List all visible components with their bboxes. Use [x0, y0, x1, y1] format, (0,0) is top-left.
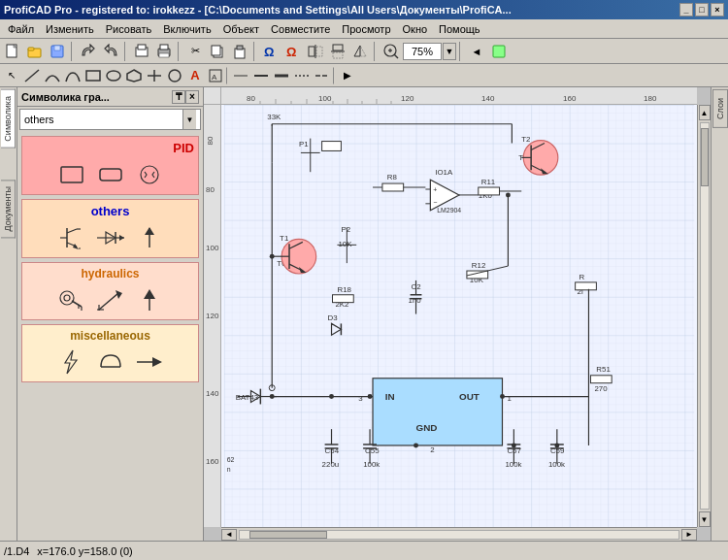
svg-rect-21 [333, 52, 343, 58]
svg-rect-12 [212, 46, 220, 55]
maximize-button[interactable]: □ [695, 3, 709, 16]
svg-text:R: R [579, 273, 585, 281]
zoom-input[interactable]: 75% [403, 43, 442, 60]
scroll-left-button[interactable]: ◄ [221, 529, 237, 541]
svg-point-46 [141, 166, 158, 183]
pid-sym-2[interactable] [93, 159, 128, 190]
svg-text:Ω: Ω [264, 45, 274, 59]
menu-window[interactable]: Окно [397, 21, 434, 37]
scrollbar-horizontal[interactable]: ◄ ► [221, 527, 697, 541]
toolbar-sep-6 [459, 42, 463, 61]
pid-sym-1[interactable] [54, 159, 89, 190]
more-tools[interactable]: ▶ [338, 66, 357, 85]
mirror-button[interactable] [349, 41, 371, 62]
flip-v-button[interactable] [327, 41, 348, 62]
svg-text:1n0: 1n0 [409, 296, 422, 305]
minimize-button[interactable]: _ [679, 3, 693, 16]
print-preview-button[interactable] [131, 41, 152, 62]
scroll-thumb-h[interactable] [249, 531, 327, 539]
line-style-dotted[interactable] [292, 66, 312, 85]
svg-text:270: 270 [594, 384, 608, 393]
npn-transistor[interactable] [54, 222, 89, 253]
line-width-2[interactable] [251, 66, 271, 85]
menu-draw[interactable]: Рисовать [100, 21, 158, 37]
key-symbol[interactable] [54, 284, 89, 315]
up-arrow-2[interactable] [132, 284, 167, 315]
paste-button[interactable] [229, 41, 250, 62]
copy-button[interactable] [207, 41, 228, 62]
layers-tab[interactable]: Слои [712, 89, 728, 128]
arc-tool[interactable] [43, 66, 62, 85]
flip-h-button[interactable] [305, 41, 326, 62]
symbols-tab[interactable]: Символика [1, 89, 16, 148]
svg-rect-20 [333, 45, 343, 50]
documents-tab[interactable]: Документы [1, 180, 16, 238]
save-button[interactable] [47, 41, 68, 62]
zoom-dropdown[interactable]: ▼ [443, 43, 456, 60]
line-width-1[interactable] [231, 66, 250, 85]
svg-text:100k: 100k [363, 460, 380, 469]
text-tool[interactable]: A [185, 66, 205, 85]
svg-text:3: 3 [358, 394, 363, 403]
svg-rect-146 [333, 295, 354, 303]
line-style-dashed[interactable] [313, 66, 332, 85]
svg-rect-106 [322, 142, 342, 151]
new-button[interactable] [2, 41, 23, 62]
polygon-tool[interactable] [124, 66, 144, 85]
menu-help[interactable]: Помощь [433, 21, 486, 37]
print-button[interactable] [153, 41, 175, 62]
menu-view[interactable]: Просмотр [336, 21, 396, 37]
nav-right-button[interactable] [488, 41, 510, 62]
cut-button[interactable]: ✂ [184, 41, 206, 62]
scrollbar-vertical[interactable]: ▲ ▼ [697, 105, 711, 527]
menu-file[interactable]: Файл [2, 21, 40, 37]
right-arrow[interactable] [132, 346, 167, 378]
svg-point-32 [107, 71, 120, 81]
menu-object[interactable]: Объект [217, 21, 265, 37]
bezier-tool[interactable] [63, 66, 83, 85]
undo-button[interactable] [78, 41, 99, 62]
category-dropdown[interactable]: others ▼ [19, 109, 201, 130]
diag-arrow[interactable] [93, 284, 128, 315]
lightning-symbol[interactable] [54, 346, 89, 378]
line-tool[interactable] [22, 66, 42, 85]
svg-text:−: − [433, 199, 437, 206]
svg-marker-23 [354, 46, 360, 56]
panel-pin-button[interactable]: ₸ [172, 90, 185, 104]
redo-button[interactable] [100, 41, 121, 62]
dome-symbol[interactable] [93, 346, 128, 378]
scroll-up-button[interactable]: ▲ [699, 105, 711, 120]
pid-sym-3[interactable] [132, 159, 167, 190]
others-card: others [21, 199, 199, 258]
scroll-track-v [700, 122, 710, 510]
menu-combine[interactable]: Совместите [265, 21, 336, 37]
close-button[interactable]: × [711, 3, 724, 16]
scroll-thumb-v[interactable] [701, 128, 709, 186]
arrow-up[interactable] [132, 222, 167, 253]
cross-tool[interactable] [145, 66, 164, 85]
text2-tool[interactable]: A [206, 66, 225, 85]
line-width-3[interactable] [272, 66, 291, 85]
circle-tool[interactable] [165, 66, 184, 85]
svg-text:+: + [433, 186, 437, 193]
menu-edit[interactable]: Изменить [40, 21, 100, 37]
grid-canvas[interactable]: 33K P1 1K5 R8 10K IO1A + − LM2904 [221, 105, 697, 527]
ellipse-tool[interactable] [104, 66, 123, 85]
panel-close-button[interactable]: × [185, 90, 199, 104]
rect-tool[interactable] [83, 66, 103, 85]
others-title: others [26, 204, 194, 218]
svg-text:62: 62 [227, 456, 235, 463]
hydraulics-symbols [26, 284, 194, 315]
svg-text:80: 80 [247, 94, 255, 103]
pointer-tool[interactable]: ↖ [2, 66, 21, 85]
scroll-down-button[interactable]: ▼ [699, 511, 711, 527]
menu-include[interactable]: Включить [157, 21, 216, 37]
nav-left-button[interactable]: ◄ [466, 41, 487, 62]
open-button[interactable] [24, 41, 46, 62]
zoom-in-button[interactable] [381, 41, 402, 62]
insert-text-button[interactable]: Ω [282, 41, 304, 62]
insert-symbol-button[interactable]: Ω [260, 41, 281, 62]
scroll-right-button[interactable]: ► [681, 529, 697, 541]
diode-arrow[interactable] [93, 222, 128, 253]
canvas-area: 80 100 120 140 160 180 [204, 87, 711, 541]
